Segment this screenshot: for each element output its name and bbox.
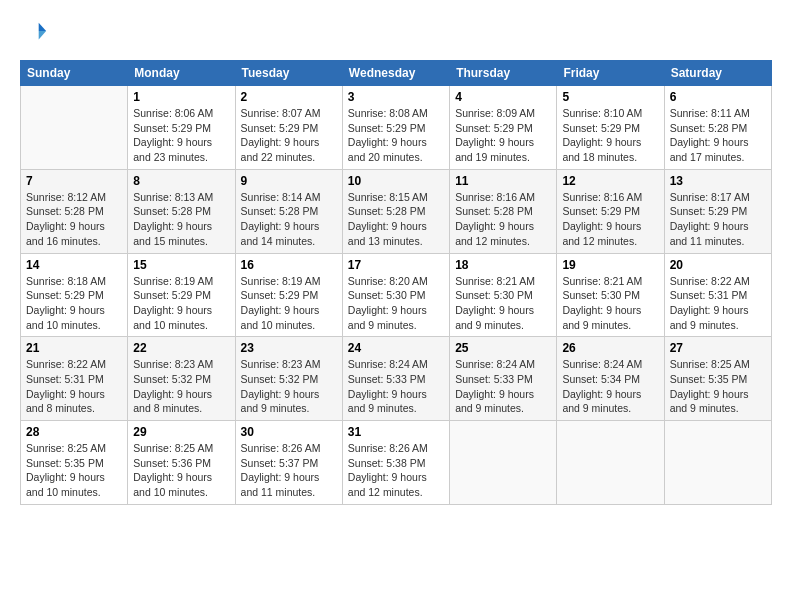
day-number: 26 <box>562 341 658 355</box>
calendar-cell: 24Sunrise: 8:24 AMSunset: 5:33 PMDayligh… <box>342 337 449 421</box>
week-row-1: 1Sunrise: 8:06 AMSunset: 5:29 PMDaylight… <box>21 86 772 170</box>
day-number: 30 <box>241 425 337 439</box>
calendar-cell: 20Sunrise: 8:22 AMSunset: 5:31 PMDayligh… <box>664 253 771 337</box>
calendar-cell: 25Sunrise: 8:24 AMSunset: 5:33 PMDayligh… <box>450 337 557 421</box>
header-wednesday: Wednesday <box>342 61 449 86</box>
calendar-cell: 1Sunrise: 8:06 AMSunset: 5:29 PMDaylight… <box>128 86 235 170</box>
week-row-3: 14Sunrise: 8:18 AMSunset: 5:29 PMDayligh… <box>21 253 772 337</box>
day-number: 8 <box>133 174 229 188</box>
day-info: Sunrise: 8:13 AMSunset: 5:28 PMDaylight:… <box>133 190 229 249</box>
calendar-cell <box>450 421 557 505</box>
day-info: Sunrise: 8:20 AMSunset: 5:30 PMDaylight:… <box>348 274 444 333</box>
day-info: Sunrise: 8:16 AMSunset: 5:28 PMDaylight:… <box>455 190 551 249</box>
day-info: Sunrise: 8:25 AMSunset: 5:35 PMDaylight:… <box>670 357 766 416</box>
day-info: Sunrise: 8:16 AMSunset: 5:29 PMDaylight:… <box>562 190 658 249</box>
calendar-cell: 7Sunrise: 8:12 AMSunset: 5:28 PMDaylight… <box>21 169 128 253</box>
day-info: Sunrise: 8:25 AMSunset: 5:35 PMDaylight:… <box>26 441 122 500</box>
day-number: 2 <box>241 90 337 104</box>
calendar-cell: 14Sunrise: 8:18 AMSunset: 5:29 PMDayligh… <box>21 253 128 337</box>
calendar-cell: 31Sunrise: 8:26 AMSunset: 5:38 PMDayligh… <box>342 421 449 505</box>
day-number: 28 <box>26 425 122 439</box>
day-number: 19 <box>562 258 658 272</box>
page: SundayMondayTuesdayWednesdayThursdayFrid… <box>0 0 792 517</box>
day-number: 22 <box>133 341 229 355</box>
logo <box>20 18 52 46</box>
header-sunday: Sunday <box>21 61 128 86</box>
day-number: 16 <box>241 258 337 272</box>
day-info: Sunrise: 8:17 AMSunset: 5:29 PMDaylight:… <box>670 190 766 249</box>
logo-icon <box>20 18 48 46</box>
calendar-cell: 9Sunrise: 8:14 AMSunset: 5:28 PMDaylight… <box>235 169 342 253</box>
day-number: 11 <box>455 174 551 188</box>
calendar-cell: 18Sunrise: 8:21 AMSunset: 5:30 PMDayligh… <box>450 253 557 337</box>
day-info: Sunrise: 8:18 AMSunset: 5:29 PMDaylight:… <box>26 274 122 333</box>
calendar-cell: 5Sunrise: 8:10 AMSunset: 5:29 PMDaylight… <box>557 86 664 170</box>
day-number: 15 <box>133 258 229 272</box>
day-number: 7 <box>26 174 122 188</box>
header-row: SundayMondayTuesdayWednesdayThursdayFrid… <box>21 61 772 86</box>
day-info: Sunrise: 8:09 AMSunset: 5:29 PMDaylight:… <box>455 106 551 165</box>
day-number: 14 <box>26 258 122 272</box>
day-number: 6 <box>670 90 766 104</box>
day-info: Sunrise: 8:08 AMSunset: 5:29 PMDaylight:… <box>348 106 444 165</box>
day-info: Sunrise: 8:14 AMSunset: 5:28 PMDaylight:… <box>241 190 337 249</box>
calendar-cell: 22Sunrise: 8:23 AMSunset: 5:32 PMDayligh… <box>128 337 235 421</box>
day-info: Sunrise: 8:22 AMSunset: 5:31 PMDaylight:… <box>26 357 122 416</box>
day-number: 13 <box>670 174 766 188</box>
header-monday: Monday <box>128 61 235 86</box>
calendar-cell: 26Sunrise: 8:24 AMSunset: 5:34 PMDayligh… <box>557 337 664 421</box>
week-row-2: 7Sunrise: 8:12 AMSunset: 5:28 PMDaylight… <box>21 169 772 253</box>
day-info: Sunrise: 8:06 AMSunset: 5:29 PMDaylight:… <box>133 106 229 165</box>
day-number: 31 <box>348 425 444 439</box>
calendar-cell: 2Sunrise: 8:07 AMSunset: 5:29 PMDaylight… <box>235 86 342 170</box>
day-number: 20 <box>670 258 766 272</box>
day-info: Sunrise: 8:15 AMSunset: 5:28 PMDaylight:… <box>348 190 444 249</box>
calendar-cell: 21Sunrise: 8:22 AMSunset: 5:31 PMDayligh… <box>21 337 128 421</box>
day-info: Sunrise: 8:24 AMSunset: 5:33 PMDaylight:… <box>455 357 551 416</box>
calendar-cell: 6Sunrise: 8:11 AMSunset: 5:28 PMDaylight… <box>664 86 771 170</box>
week-row-5: 28Sunrise: 8:25 AMSunset: 5:35 PMDayligh… <box>21 421 772 505</box>
day-info: Sunrise: 8:23 AMSunset: 5:32 PMDaylight:… <box>133 357 229 416</box>
calendar-body: 1Sunrise: 8:06 AMSunset: 5:29 PMDaylight… <box>21 86 772 505</box>
day-info: Sunrise: 8:19 AMSunset: 5:29 PMDaylight:… <box>241 274 337 333</box>
day-number: 3 <box>348 90 444 104</box>
calendar-cell: 15Sunrise: 8:19 AMSunset: 5:29 PMDayligh… <box>128 253 235 337</box>
day-info: Sunrise: 8:26 AMSunset: 5:38 PMDaylight:… <box>348 441 444 500</box>
day-number: 10 <box>348 174 444 188</box>
calendar-table: SundayMondayTuesdayWednesdayThursdayFrid… <box>20 60 772 505</box>
calendar-cell <box>557 421 664 505</box>
header-friday: Friday <box>557 61 664 86</box>
day-info: Sunrise: 8:24 AMSunset: 5:33 PMDaylight:… <box>348 357 444 416</box>
day-number: 9 <box>241 174 337 188</box>
calendar-cell: 28Sunrise: 8:25 AMSunset: 5:35 PMDayligh… <box>21 421 128 505</box>
calendar-cell: 19Sunrise: 8:21 AMSunset: 5:30 PMDayligh… <box>557 253 664 337</box>
day-number: 17 <box>348 258 444 272</box>
calendar-cell: 17Sunrise: 8:20 AMSunset: 5:30 PMDayligh… <box>342 253 449 337</box>
day-number: 21 <box>26 341 122 355</box>
day-number: 23 <box>241 341 337 355</box>
calendar-cell: 10Sunrise: 8:15 AMSunset: 5:28 PMDayligh… <box>342 169 449 253</box>
header <box>20 18 772 46</box>
calendar-cell: 29Sunrise: 8:25 AMSunset: 5:36 PMDayligh… <box>128 421 235 505</box>
day-number: 1 <box>133 90 229 104</box>
calendar-cell: 3Sunrise: 8:08 AMSunset: 5:29 PMDaylight… <box>342 86 449 170</box>
day-info: Sunrise: 8:11 AMSunset: 5:28 PMDaylight:… <box>670 106 766 165</box>
calendar-cell: 23Sunrise: 8:23 AMSunset: 5:32 PMDayligh… <box>235 337 342 421</box>
header-thursday: Thursday <box>450 61 557 86</box>
calendar-cell: 30Sunrise: 8:26 AMSunset: 5:37 PMDayligh… <box>235 421 342 505</box>
calendar-cell <box>21 86 128 170</box>
svg-marker-0 <box>39 23 46 31</box>
calendar-cell: 13Sunrise: 8:17 AMSunset: 5:29 PMDayligh… <box>664 169 771 253</box>
day-number: 12 <box>562 174 658 188</box>
day-info: Sunrise: 8:07 AMSunset: 5:29 PMDaylight:… <box>241 106 337 165</box>
calendar-cell: 16Sunrise: 8:19 AMSunset: 5:29 PMDayligh… <box>235 253 342 337</box>
day-info: Sunrise: 8:10 AMSunset: 5:29 PMDaylight:… <box>562 106 658 165</box>
calendar-header: SundayMondayTuesdayWednesdayThursdayFrid… <box>21 61 772 86</box>
day-info: Sunrise: 8:12 AMSunset: 5:28 PMDaylight:… <box>26 190 122 249</box>
day-number: 5 <box>562 90 658 104</box>
day-number: 29 <box>133 425 229 439</box>
day-info: Sunrise: 8:25 AMSunset: 5:36 PMDaylight:… <box>133 441 229 500</box>
day-info: Sunrise: 8:22 AMSunset: 5:31 PMDaylight:… <box>670 274 766 333</box>
header-saturday: Saturday <box>664 61 771 86</box>
day-info: Sunrise: 8:21 AMSunset: 5:30 PMDaylight:… <box>562 274 658 333</box>
